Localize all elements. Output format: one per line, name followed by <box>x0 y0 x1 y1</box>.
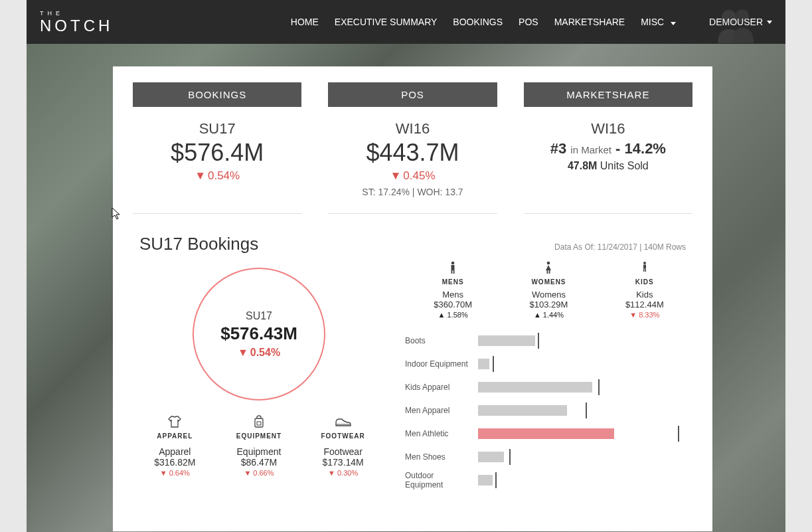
bar-marker <box>495 472 497 488</box>
nav-misc[interactable]: MISC <box>641 17 676 27</box>
category-equipment-value: $86.47M <box>222 457 295 468</box>
bar-track <box>478 452 692 462</box>
svg-point-1 <box>736 9 749 23</box>
gender-womens-label: WOMENS <box>512 278 585 286</box>
kpi-bookings-header: BOOKINGS <box>133 82 301 107</box>
bar-track <box>478 475 692 486</box>
donut-value: $576.43M <box>220 323 297 344</box>
gender-kids-value: $112.44M <box>608 300 681 310</box>
kpi-pos-delta: 0.45% <box>328 169 497 183</box>
bar-row[interactable]: Boots <box>405 331 692 351</box>
nav-executive-summary[interactable]: EXECUTIVE SUMMARY <box>335 17 438 27</box>
gender-womens-delta: 1.44% <box>512 311 585 319</box>
kpi-bookings[interactable]: BOOKINGS SU17 $576.4M 0.54% <box>133 82 301 214</box>
category-footwear[interactable]: FOOTWEAR Footwear $173.14M 0.30% <box>307 414 380 477</box>
gender-row: MENS Mens $360.70M 1.58% WOMENS Womens $… <box>405 261 692 319</box>
svg-rect-6 <box>451 265 455 270</box>
chevron-down-icon <box>767 21 772 24</box>
gender-womens-name: Womens <box>512 290 585 300</box>
kpi-pos-header: POS <box>328 82 497 107</box>
gender-kids-label: KIDS <box>608 278 681 286</box>
bar-row[interactable]: Kids Apparel <box>405 377 692 397</box>
chevron-down-icon <box>671 22 676 25</box>
bar-label: Boots <box>405 336 478 345</box>
bar-label: Kids Apparel <box>405 383 478 392</box>
tshirt-icon <box>138 414 211 430</box>
bar-label: Men Apparel <box>405 406 478 415</box>
category-apparel-delta: 0.64% <box>138 469 211 477</box>
gender-kids[interactable]: KIDS Kids $112.44M 8.33% <box>608 261 681 319</box>
main-nav: HOME EXECUTIVE SUMMARY BOOKINGS POS MARK… <box>291 17 676 27</box>
bar-track <box>478 428 692 439</box>
child-icon <box>608 261 681 276</box>
bar-row[interactable]: Men Shoes <box>405 447 692 467</box>
nav-marketshare[interactable]: MARKETSHARE <box>554 17 625 27</box>
svg-point-9 <box>547 262 550 265</box>
gender-kids-delta: 8.33% <box>608 311 681 319</box>
section-meta: Data As Of: 11/24/2017 | 140M Rows <box>554 242 686 252</box>
kpi-pos-value: $443.7M <box>328 139 497 167</box>
bar-fill <box>478 382 592 393</box>
bar-fill <box>478 452 504 462</box>
logo[interactable]: THE NOTCH <box>40 11 113 34</box>
bookings-detail-row: SU17 $576.43M 0.54% APPAREL Apparel $316… <box>133 261 692 493</box>
bar-row[interactable]: Men Athletic <box>405 424 692 444</box>
category-equipment-name: Equipment <box>222 446 295 457</box>
svg-point-5 <box>451 262 455 265</box>
svg-rect-15 <box>645 269 646 272</box>
gender-mens-label: MENS <box>416 278 489 286</box>
female-icon <box>512 261 585 276</box>
bar-fill <box>478 335 535 346</box>
shoe-icon <box>307 414 380 430</box>
kpi-marketshare[interactable]: MARKETSHARE WI16 #3 in Market - 14.2% 47… <box>524 82 692 214</box>
donut-delta: 0.54% <box>238 347 280 359</box>
kpi-marketshare-header: MARKETSHARE <box>524 82 692 107</box>
bar-row[interactable]: Outdoor Equipment <box>405 470 692 490</box>
kpi-pos[interactable]: POS WI16 $443.7M 0.45% ST: 17.24% | WOH:… <box>328 82 497 214</box>
kpi-row: BOOKINGS SU17 $576.4M 0.54% POS WI16 $44… <box>133 82 692 214</box>
nav-misc-label: MISC <box>641 17 664 27</box>
bar-row[interactable]: Indoor Equipment <box>405 354 692 374</box>
category-apparel-value: $316.82M <box>138 457 211 468</box>
kpi-marketshare-rank-label: in Market <box>570 144 611 155</box>
svg-rect-2 <box>255 418 263 427</box>
donut-chart[interactable]: SU17 $576.43M 0.54% <box>193 268 325 400</box>
svg-rect-8 <box>453 270 455 274</box>
kpi-marketshare-period: WI16 <box>524 120 692 137</box>
bar-fill <box>478 405 567 416</box>
nav-home[interactable]: HOME <box>291 17 319 27</box>
svg-rect-11 <box>549 270 550 274</box>
dashboard-card: BOOKINGS SU17 $576.4M 0.54% POS WI16 $44… <box>113 66 712 531</box>
kpi-marketshare-rank-line: #3 in Market - 14.2% <box>524 140 692 157</box>
donut-period: SU17 <box>246 310 272 322</box>
category-footwear-value: $173.14M <box>307 457 380 468</box>
product-line-bar-chart: BootsIndoor EquipmentKids ApparelMen App… <box>405 331 692 490</box>
bar-label: Outdoor Equipment <box>405 471 478 489</box>
kpi-marketshare-rank: #3 <box>550 140 566 157</box>
category-equipment[interactable]: EQUIPMENT Equipment $86.47M 0.66% <box>222 414 295 477</box>
kpi-bookings-delta: 0.54% <box>133 169 301 183</box>
bar-track <box>478 359 692 369</box>
kpi-marketshare-units-value: 47.8M <box>568 160 597 171</box>
section-header-row: SU17 Bookings Data As Of: 11/24/2017 | 1… <box>139 234 686 254</box>
category-row: APPAREL Apparel $316.82M 0.64% EQUIPMENT… <box>133 414 385 477</box>
gender-mens-value: $360.70M <box>416 300 489 310</box>
svg-rect-13 <box>643 265 646 269</box>
category-equipment-label: EQUIPMENT <box>222 432 295 440</box>
category-apparel[interactable]: APPAREL Apparel $316.82M 0.64% <box>138 414 211 477</box>
svg-rect-10 <box>547 270 548 274</box>
category-footwear-delta: 0.30% <box>307 469 380 477</box>
bar-row[interactable]: Men Apparel <box>405 400 692 420</box>
bar-marker <box>538 333 539 349</box>
gender-mens[interactable]: MENS Mens $360.70M 1.58% <box>416 261 489 319</box>
category-footwear-label: FOOTWEAR <box>307 432 380 440</box>
section-title: SU17 Bookings <box>139 234 258 254</box>
svg-point-12 <box>643 262 646 264</box>
bar-track <box>478 382 692 393</box>
bar-label: Men Shoes <box>405 452 478 462</box>
nav-bookings[interactable]: BOOKINGS <box>453 17 503 27</box>
gender-womens[interactable]: WOMENS Womens $103.29M 1.44% <box>512 261 585 319</box>
right-block: MENS Mens $360.70M 1.58% WOMENS Womens $… <box>405 261 692 493</box>
bar-marker <box>493 356 494 372</box>
nav-pos[interactable]: POS <box>519 17 538 27</box>
